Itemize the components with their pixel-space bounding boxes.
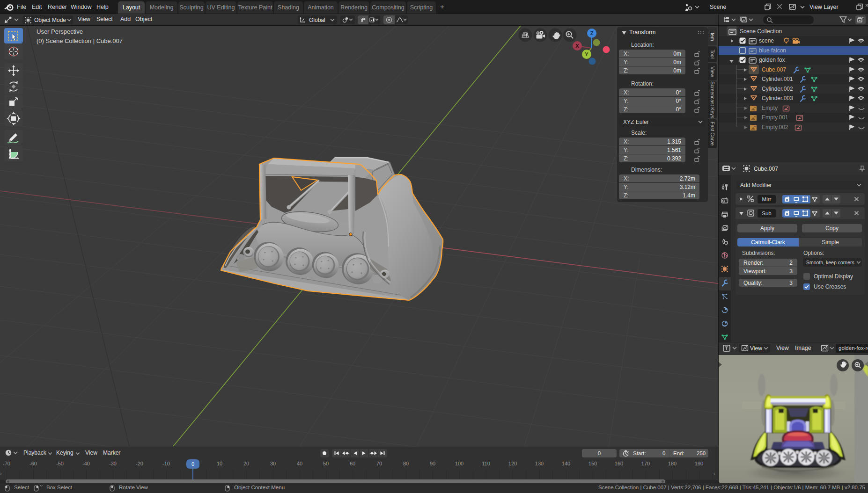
svg-text:X: X: [575, 43, 579, 49]
svg-text:User Perspective: User Perspective: [37, 28, 83, 35]
svg-text:Y: Y: [585, 51, 588, 57]
svg-text:Z: Z: [590, 30, 594, 36]
svg-text:(0) Scene Collection | Cube.00: (0) Scene Collection | Cube.007: [37, 37, 123, 44]
